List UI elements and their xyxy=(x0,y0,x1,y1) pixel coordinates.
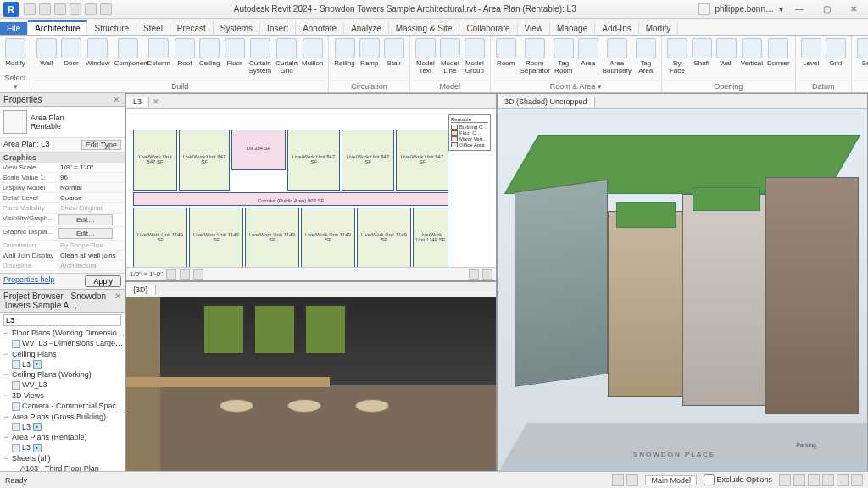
close-button[interactable]: ✕ xyxy=(843,3,865,16)
tool-set[interactable]: Set xyxy=(855,37,868,80)
instance-selector[interactable]: Area Plan: L3 xyxy=(3,140,81,150)
properties-help-link[interactable]: Properties help xyxy=(3,275,55,287)
floorplan-canvas[interactable]: Live/Work Unit 847 SFLive/Work Unit 847 … xyxy=(126,109,496,267)
view-tab-axon[interactable]: 3D (Shaded) Uncropped xyxy=(498,97,595,107)
floorplan-room[interactable]: Live/Work Unit 847 SF xyxy=(133,130,177,191)
tool-tag-area[interactable]: Tag Area xyxy=(634,37,658,80)
floorplan-room[interactable]: Live/Work Unit 847 SF xyxy=(287,130,340,191)
help-icon[interactable]: ▾ xyxy=(779,4,783,14)
tab-systems[interactable]: Systems xyxy=(214,22,260,35)
tab-precast[interactable]: Precast xyxy=(170,22,214,35)
render-canvas[interactable] xyxy=(126,297,496,474)
tab-view[interactable]: View xyxy=(518,22,551,35)
tab-structure[interactable]: Structure xyxy=(87,22,136,35)
browser-close-icon[interactable]: ✕ xyxy=(114,291,121,310)
view-tab-close-icon[interactable]: ✕ xyxy=(149,97,163,106)
floorplan-room[interactable]: Corridor (Public Area) 903 SF xyxy=(133,192,448,206)
status-drag-icon[interactable] xyxy=(808,474,820,486)
search-icon[interactable] xyxy=(698,3,710,15)
status-filter-icon[interactable] xyxy=(779,474,791,486)
qat-open-icon[interactable] xyxy=(24,3,36,15)
tree-node[interactable]: L3 ▪ xyxy=(0,359,125,370)
tab-insert[interactable]: Insert xyxy=(260,22,296,35)
tool-by-face[interactable]: By Face xyxy=(665,37,689,80)
visual-style-icon[interactable] xyxy=(180,269,190,280)
tree-node[interactable]: −Ceiling Plans xyxy=(0,349,125,359)
floorplan-room[interactable]: Live/Work Unit 1149 SF xyxy=(189,208,243,267)
floorplan-room[interactable]: Live/Work Unit 1149 SF xyxy=(301,208,355,267)
qat-print-icon[interactable] xyxy=(85,3,97,15)
axon-canvas[interactable]: SNOWDON PLACE Parking xyxy=(498,109,867,474)
prop-row[interactable]: Graphic Display O…Edit… xyxy=(0,227,125,241)
floorplan-room[interactable]: Live/Work Unit 1149 SF xyxy=(357,208,411,267)
tree-node[interactable]: −Area Plans (Gross Building) xyxy=(0,412,125,422)
qat-save-icon[interactable] xyxy=(39,3,51,15)
tool-wall[interactable]: Wall xyxy=(35,37,58,80)
tree-node[interactable]: WV_L3 xyxy=(0,380,125,391)
tree-node[interactable]: −3D Views xyxy=(0,391,125,401)
tree-node[interactable]: −Floor Plans (Working Dimensions) xyxy=(0,328,125,338)
tool-ceiling[interactable]: Ceiling xyxy=(198,37,221,80)
qat-redo-icon[interactable] xyxy=(70,3,81,15)
tool-area[interactable]: Area xyxy=(576,37,600,80)
tool-door[interactable]: Door xyxy=(59,37,83,80)
tool-level[interactable]: Level xyxy=(799,37,823,80)
prop-row[interactable]: Parts VisibilityShow Original xyxy=(0,203,125,214)
floorplan-scale[interactable]: 1/8" = 1'-0" xyxy=(130,270,163,278)
prop-row[interactable]: Scale Value 1:96 xyxy=(0,173,125,183)
tool-model-line[interactable]: Model Line xyxy=(438,37,462,80)
tab-steel[interactable]: Steel xyxy=(136,22,170,35)
floorplan-room[interactable]: Live/Work Unit 1149 SF xyxy=(133,208,187,267)
detail-level-icon[interactable] xyxy=(166,269,176,280)
tool-model-group[interactable]: Model Group xyxy=(463,37,487,80)
floorplan-room[interactable]: Live/Work Unit 1149 SF xyxy=(245,208,299,267)
user-name[interactable]: philippe.bonn… xyxy=(715,4,775,14)
prop-row[interactable]: Detail LevelCoarse xyxy=(0,193,125,203)
tool-curtain-system[interactable]: Curtain System xyxy=(248,37,274,80)
tab-collaborate[interactable]: Collaborate xyxy=(459,22,517,35)
tool-component[interactable]: Component xyxy=(112,37,144,80)
floorplan-room[interactable]: Live/Work Unit 1149 SF xyxy=(413,208,448,267)
tab-file[interactable]: File xyxy=(0,22,28,35)
view-tab-3d[interactable]: {3D} xyxy=(126,285,156,295)
minimize-button[interactable]: — xyxy=(788,3,810,16)
tool-window[interactable]: Window xyxy=(84,37,111,80)
type-selector[interactable]: Area Plan Rentable xyxy=(0,107,125,137)
tool-roof[interactable]: Roof xyxy=(173,37,197,80)
tree-node[interactable]: Camera - Commercial Space ▪ xyxy=(0,401,125,412)
tool-tag-room[interactable]: Tag Room xyxy=(552,37,576,80)
status-select-icon[interactable] xyxy=(793,474,805,486)
apply-button[interactable]: Apply xyxy=(85,275,121,287)
tool-vertical[interactable]: Vertical xyxy=(739,37,765,80)
prop-row[interactable]: Wall Join DisplayClean all wall joins xyxy=(0,251,125,261)
tool-modify[interactable]: Modify xyxy=(3,37,27,72)
hide-icon[interactable] xyxy=(482,269,492,280)
browser-search-input[interactable] xyxy=(3,314,121,326)
tree-node[interactable]: L3 ▪ xyxy=(0,422,125,433)
qat-undo-icon[interactable] xyxy=(54,3,66,15)
sun-path-icon[interactable] xyxy=(193,269,203,280)
prop-row[interactable]: OrientationBy Scope Box xyxy=(0,241,125,251)
tab-modify[interactable]: Modify xyxy=(639,22,678,35)
status-exclude-checkbox[interactable]: Exclude Options xyxy=(704,474,772,485)
tool-wall[interactable]: Wall xyxy=(715,37,738,80)
tool-railing[interactable]: Railing xyxy=(332,37,356,80)
tree-node[interactable]: WV_L3 - Dimensions Large Scale xyxy=(0,338,125,349)
tab-manage[interactable]: Manage xyxy=(550,22,595,35)
tool-column[interactable]: Column xyxy=(145,37,172,80)
qat-measure-icon[interactable] xyxy=(100,3,112,15)
floorplan-room[interactable]: Live/Work Unit 847 SF xyxy=(342,130,394,191)
status-worksets-icon[interactable] xyxy=(612,474,624,486)
tab-architecture[interactable]: Architecture xyxy=(28,20,87,35)
tool-floor[interactable]: Floor xyxy=(223,37,247,80)
status-face-icon[interactable] xyxy=(822,474,834,486)
edit-type-button[interactable]: Edit Type xyxy=(81,140,121,150)
tool-dormer[interactable]: Dormer xyxy=(765,37,792,80)
tool-area-boundary[interactable]: Area Boundary xyxy=(601,37,633,80)
view-tab-l3[interactable]: L3 xyxy=(126,97,149,107)
tree-node[interactable]: −Area Plans (Rentable) xyxy=(0,432,125,442)
tree-node[interactable]: −Sheets (all) xyxy=(0,453,125,463)
tool-shaft[interactable]: Shaft xyxy=(690,37,714,80)
tool-room-separator[interactable]: Room Separator xyxy=(519,37,551,80)
tab-add-ins[interactable]: Add-Ins xyxy=(595,22,638,35)
